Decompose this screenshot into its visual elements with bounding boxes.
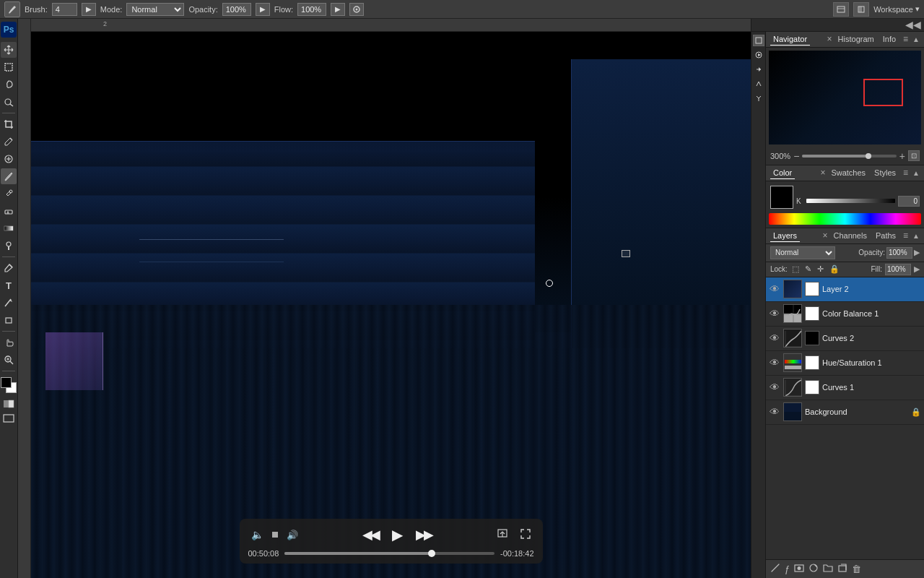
add-layer-mask-button[interactable] [794, 563, 804, 575]
canvas-content[interactable]: 🔈 🔊 ◀◀ ▶ ▶▶ [31, 32, 751, 578]
lock-pixels-icon[interactable]: ✎ [803, 264, 813, 275]
zoom-in-button[interactable]: + [899, 150, 905, 162]
create-group-button[interactable] [823, 563, 833, 575]
tab-layers[interactable]: Layers [770, 230, 800, 242]
create-new-layer-button[interactable] [837, 563, 847, 575]
brush-size-arrow[interactable]: ▶ [82, 3, 96, 16]
shape-tool[interactable] [1, 312, 17, 328]
background-visibility-icon[interactable]: 👁 [769, 406, 780, 418]
layers-list[interactable]: 👁 Layer 2 👁 Color Balanc [766, 277, 924, 559]
marquee-tool[interactable] [1, 59, 17, 75]
k-slider[interactable] [806, 199, 895, 203]
panel-icon-3[interactable] [753, 64, 764, 75]
lock-transparency-icon[interactable]: ⬚ [790, 264, 801, 275]
fill-input[interactable] [885, 264, 911, 275]
panel-icon-2[interactable] [753, 49, 764, 61]
tab-info[interactable]: Info [880, 33, 899, 45]
new-fill-adjustment-layer-button[interactable] [808, 563, 819, 575]
zoom-out-button[interactable]: − [793, 150, 799, 162]
timeline-bar[interactable] [284, 552, 494, 555]
workspace-button[interactable]: Workspace ▾ [873, 4, 920, 14]
fill-arrow[interactable]: ▶ [914, 264, 920, 274]
mode-select[interactable]: Normal Multiply Screen [126, 3, 184, 16]
path-selection-tool[interactable] [1, 295, 17, 311]
zoom-slider-thumb[interactable] [866, 153, 871, 159]
foreground-color-swatch[interactable] [1, 377, 12, 388]
curves1-visibility-icon[interactable]: 👁 [769, 381, 780, 393]
lock-position-icon[interactable]: ✛ [816, 264, 825, 275]
layer-item-huesat1[interactable]: 👁 Hue/Saturation 1 [766, 351, 924, 376]
link-layers-button[interactable] [770, 563, 780, 575]
lock-all-icon[interactable]: 🔒 [828, 264, 841, 275]
brush-tool[interactable] [1, 168, 17, 184]
navigator-menu-btn[interactable]: ≡ [903, 34, 908, 44]
tab-styles[interactable]: Styles [871, 167, 899, 178]
add-layer-style-button[interactable]: ƒ [785, 564, 790, 574]
dodge-tool[interactable] [1, 238, 17, 254]
flow-arrow[interactable]: ▶ [331, 3, 345, 16]
type-tool[interactable]: T [1, 277, 17, 293]
lasso-tool[interactable] [1, 77, 17, 92]
tab-histogram[interactable]: Histogram [835, 33, 877, 45]
tab-swatches[interactable]: Swatches [828, 167, 868, 178]
zoom-slider[interactable] [802, 155, 896, 158]
pen-tool[interactable] [1, 260, 17, 276]
screen-mode[interactable] [1, 412, 17, 425]
quick-select-tool[interactable] [1, 94, 17, 110]
layer-item-background[interactable]: 👁 Background 🔒 [766, 400, 924, 425]
color-close-btn[interactable]: × [820, 168, 825, 178]
fullscreen-button[interactable] [517, 527, 534, 543]
panel-icon-1[interactable] [753, 35, 764, 46]
brush-size-input[interactable] [52, 3, 77, 16]
gradient-tool[interactable] [1, 220, 17, 236]
clone-source-icon[interactable] [853, 2, 869, 17]
timeline-thumb[interactable] [428, 550, 435, 557]
eraser-tool[interactable] [1, 203, 17, 219]
colorbalance1-visibility-icon[interactable]: 👁 [769, 308, 780, 319]
clone-stamp-tool[interactable] [1, 186, 17, 202]
layers-close-btn[interactable]: × [822, 230, 827, 241]
eyedropper-tool[interactable] [1, 134, 17, 150]
opacity-input[interactable] [222, 3, 251, 16]
foreground-color-large[interactable] [770, 186, 793, 209]
tab-navigator[interactable]: Navigator [770, 33, 810, 46]
layer-item-colorbalance1[interactable]: 👁 Color Balance 1 [766, 302, 924, 327]
export-button[interactable] [494, 527, 511, 543]
delete-layer-button[interactable]: 🗑 [852, 564, 861, 574]
panel-icon-5[interactable] [753, 92, 764, 104]
rewind-button[interactable]: ◀◀ [359, 525, 381, 544]
quick-mask-mode[interactable] [1, 397, 17, 410]
layer-item-layer2[interactable]: 👁 Layer 2 [766, 277, 924, 302]
navigator-close-btn[interactable]: × [827, 34, 832, 44]
foreground-background-colors[interactable] [1, 377, 17, 393]
color-menu-btn[interactable]: ≡ [903, 168, 908, 178]
layer-item-curves1[interactable]: 👁 Curves 1 [766, 376, 924, 400]
huesat1-visibility-icon[interactable]: 👁 [769, 357, 780, 368]
crop-tool[interactable] [1, 116, 17, 132]
color-expand-btn[interactable]: ▲ [912, 169, 920, 177]
fast-forward-button[interactable]: ▶▶ [413, 525, 435, 544]
zoom-tool-left[interactable] [1, 352, 17, 368]
mute-button[interactable]: 🔈 [248, 527, 266, 542]
tool-presets-icon[interactable] [833, 2, 849, 17]
panel-icon-4[interactable] [753, 78, 764, 90]
tab-paths[interactable]: Paths [873, 230, 899, 241]
layers-expand-btn[interactable]: ▲ [912, 232, 920, 240]
navigator-expand-btn[interactable]: ▲ [912, 35, 920, 43]
play-button[interactable]: ▶ [387, 525, 407, 545]
flow-input[interactable] [297, 3, 326, 16]
layer-item-curves2[interactable]: 👁 Curves 2 [766, 327, 924, 351]
color-spectrum-bar[interactable] [769, 213, 921, 225]
navigator-viewport-box[interactable] [863, 79, 903, 106]
brush-tool-icon[interactable] [4, 1, 20, 17]
opacity-arrow[interactable]: ▶ [256, 3, 270, 16]
layers-opacity-input[interactable] [886, 247, 912, 259]
tab-color[interactable]: Color [770, 167, 795, 179]
move-tool[interactable] [1, 42, 17, 58]
zoom-fit-button[interactable]: ⊡ [908, 150, 920, 161]
curves2-visibility-icon[interactable]: 👁 [769, 332, 780, 344]
k-input[interactable] [898, 196, 920, 207]
layers-opacity-arrow[interactable]: ▶ [914, 248, 920, 257]
tab-channels[interactable]: Channels [830, 230, 869, 241]
layer2-visibility-icon[interactable]: 👁 [769, 283, 780, 295]
